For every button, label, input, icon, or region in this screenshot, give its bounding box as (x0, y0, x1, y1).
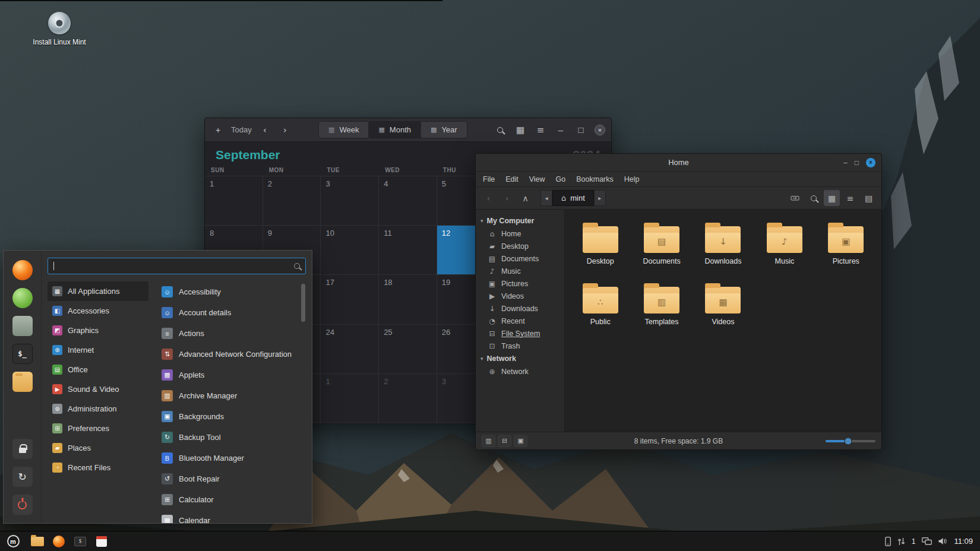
mint-menu-button[interactable]: m (0, 531, 26, 551)
calendar-day-cell[interactable]: 10 (321, 226, 379, 275)
favorite-app-button[interactable]: $_ (12, 344, 33, 364)
compact-view-button[interactable]: ▤ (861, 190, 877, 206)
calendar-day-cell[interactable]: 24 (321, 325, 379, 374)
app-item[interactable]: ⇅ Advanced Network Configuration (158, 344, 306, 365)
folder[interactable]: ♪ Music (755, 223, 814, 283)
sidebar-place-item[interactable]: ▰ Desktop (476, 240, 564, 252)
category-item[interactable]: ◩ Graphics (48, 321, 148, 340)
minimize-button[interactable]: – (554, 124, 567, 137)
edit-location-button[interactable] (787, 190, 803, 206)
app-item[interactable]: ☺ Account details (158, 302, 306, 323)
next-chevron-icon[interactable]: › (278, 122, 292, 138)
grid-view-button[interactable]: ▦ (824, 190, 840, 206)
app-item[interactable]: ▣ Backgrounds (158, 406, 306, 427)
path-prev-button[interactable]: ◂ (540, 190, 552, 206)
bluetooth-tray-button[interactable] (885, 537, 891, 546)
zoom-knob[interactable] (844, 437, 852, 445)
clock[interactable]: 11:09 (954, 537, 973, 546)
sidebar-place-item[interactable]: ▶ Videos (476, 290, 564, 302)
favorite-app-button[interactable] (12, 288, 33, 308)
app-item[interactable]: ▦ Calendar (158, 510, 306, 523)
sidebar-section-computer[interactable]: ▾ My Computer (476, 214, 564, 227)
app-item[interactable]: B Bluetooth Manager (158, 448, 306, 468)
calendar-day-cell[interactable]: 18 (379, 275, 437, 324)
calendar-day-cell[interactable]: 1 (205, 176, 263, 226)
menu-item[interactable]: Edit (505, 175, 519, 183)
folder[interactable]: ▦ Videos (693, 283, 753, 344)
files-launcher[interactable] (29, 531, 46, 551)
today-button[interactable]: Today (231, 122, 252, 138)
search-button[interactable] (805, 190, 821, 206)
calendar-day-cell[interactable]: 25 (379, 325, 437, 374)
sidebar-place-item[interactable]: ▤ Documents (476, 252, 564, 265)
search-button[interactable] (494, 124, 507, 137)
menu-item[interactable]: View (529, 175, 545, 183)
sidebar-place-item[interactable]: ⌂ Home (476, 227, 564, 240)
app-item[interactable]: ≡ Actions (158, 323, 306, 344)
category-item[interactable]: ⊚ Administration (48, 399, 148, 419)
menu-item[interactable]: Bookmarks (576, 175, 614, 183)
view-tab[interactable]: ▩ Year (421, 122, 467, 138)
sidebar-section-network[interactable]: ▾ Network (476, 352, 564, 365)
menu-item[interactable]: Go (556, 175, 566, 183)
favorite-app-button[interactable] (12, 260, 33, 280)
favorite-app-button[interactable] (12, 372, 33, 392)
app-item[interactable]: ↻ Backup Tool (158, 427, 306, 448)
sidebar-place-item[interactable]: ▣ Pictures (476, 277, 564, 290)
calendar-day-cell[interactable]: 3 (321, 176, 379, 226)
statusbar-toggle-button[interactable]: ▥ (482, 435, 495, 447)
fm-titlebar[interactable]: Home – □ × (476, 154, 881, 172)
maximize-button[interactable]: □ (855, 159, 859, 167)
category-item[interactable]: ▶ Sound & Video (48, 379, 148, 399)
calendar-day-cell[interactable]: 1 (321, 374, 379, 423)
calendar-launcher[interactable] (93, 531, 110, 551)
install-linux-mint-shortcut[interactable]: Install Linux Mint (27, 12, 92, 46)
hamburger-menu-button[interactable]: ≡ (534, 124, 547, 137)
sidebar-place-item[interactable]: ◔ Recent (476, 315, 564, 327)
menu-item[interactable]: Help (624, 175, 640, 183)
volume-tray-button[interactable] (938, 537, 947, 545)
sidebar-place-item[interactable]: ↓ Downloads (476, 302, 564, 315)
category-item[interactable]: ▰ Places (48, 438, 148, 458)
category-item[interactable]: ▦ All Applications (48, 281, 148, 301)
statusbar-toggle-button[interactable]: ▣ (514, 435, 527, 447)
calendar-day-cell[interactable]: 11 (379, 226, 437, 275)
firefox-launcher[interactable] (50, 531, 68, 551)
calendar-day-cell[interactable]: 2 (263, 176, 321, 226)
logout-button[interactable]: ↻ (12, 467, 33, 487)
folder[interactable]: ▤ Documents (632, 223, 691, 283)
back-button[interactable]: ‹ (480, 190, 497, 206)
app-item[interactable]: ▥ Archive Manager (158, 385, 306, 406)
goto-date-button[interactable]: ▦ (514, 124, 527, 137)
up-button[interactable]: ∧ (517, 190, 533, 206)
minimize-button[interactable]: – (843, 159, 848, 167)
search-input[interactable] (58, 262, 290, 271)
menu-item[interactable]: File (483, 175, 495, 183)
sidebar-place-item[interactable]: ⊕ Network (476, 365, 564, 378)
displays-tray-button[interactable] (922, 537, 932, 545)
app-item[interactable]: ⊞ Calculator (158, 489, 306, 510)
terminal-launcher[interactable]: $ (71, 531, 89, 551)
statusbar-toggle-button[interactable]: ⊟ (498, 435, 511, 447)
category-item[interactable]: ⊕ Internet (48, 340, 148, 360)
shutdown-button[interactable] (12, 495, 33, 515)
close-button[interactable]: × (866, 158, 875, 167)
folder[interactable]: ∴ Public (571, 283, 630, 344)
folder[interactable]: ↓ Downloads (693, 223, 753, 283)
category-item[interactable]: ◔ Recent Files (48, 458, 148, 477)
folder[interactable]: ▣ Pictures (816, 223, 875, 283)
favorite-app-button[interactable] (12, 316, 33, 336)
calendar-headerbar[interactable]: + Today ‹ › ▥ Week ▦ Month (205, 118, 611, 142)
scrollbar-thumb[interactable] (301, 284, 305, 322)
app-item[interactable]: ▦ Applets (158, 365, 306, 385)
lock-screen-button[interactable] (12, 439, 33, 459)
app-item[interactable]: ☺ Accessibility (158, 281, 306, 302)
sidebar-place-item[interactable]: ⊡ Trash (476, 340, 564, 352)
category-item[interactable]: ◧ Accessories (48, 301, 148, 321)
sidebar-place-item[interactable]: ⊟ File System (476, 327, 564, 340)
path-next-button[interactable]: ▸ (594, 190, 606, 206)
folder[interactable]: Desktop (571, 223, 630, 283)
calendar-day-cell[interactable]: 4 (379, 176, 437, 226)
close-button[interactable]: × (595, 125, 605, 135)
category-item[interactable]: ▤ Office (48, 360, 148, 379)
